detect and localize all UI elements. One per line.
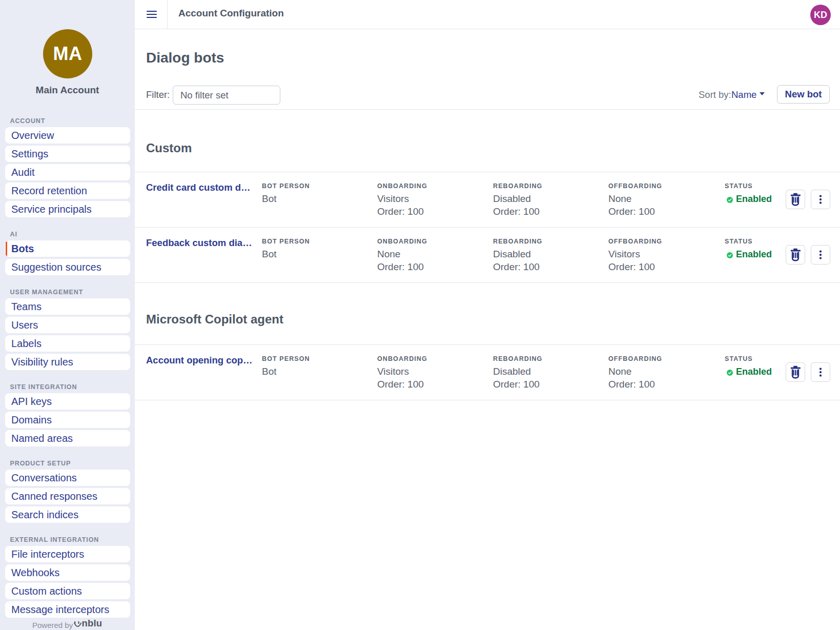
svg-text:nblu: nblu — [81, 618, 102, 628]
